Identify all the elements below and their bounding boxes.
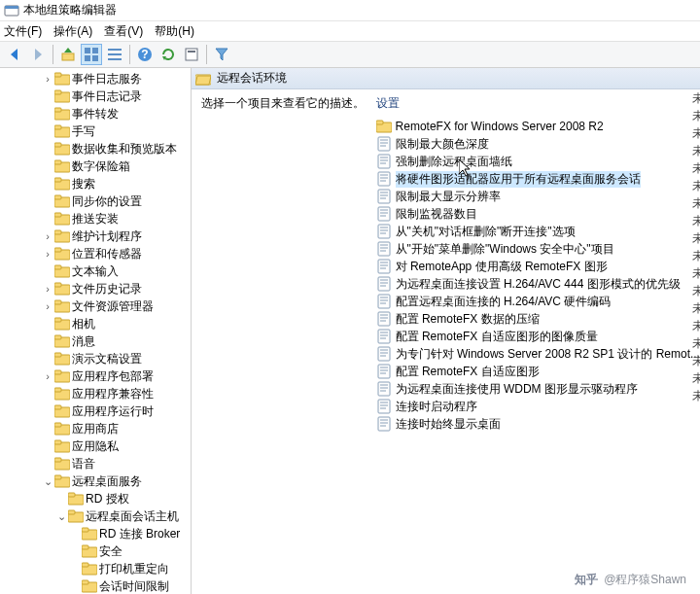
setting-item-label: 为专门针对 Windows Server 2008 R2 SP1 设计的 Rem…: [396, 346, 700, 363]
toolbar-separator: [206, 45, 207, 64]
tree-item-label: 数据收集和预览版本: [72, 141, 177, 157]
setting-item-label: 配置 RemoteFX 自适应图形的图像质量: [396, 329, 598, 345]
setting-item[interactable]: 连接时始终显示桌面: [376, 415, 700, 433]
title-bar: 本地组策略编辑器: [0, 0, 700, 21]
tree-item[interactable]: 相机: [0, 315, 191, 332]
tree-item-label: 打印机重定向: [99, 561, 169, 577]
tree-item[interactable]: 安全: [0, 542, 191, 560]
policy-icon: [376, 136, 392, 152]
setting-item-label: 配置 RemoteFX 自适应图形: [396, 364, 540, 380]
setting-item[interactable]: RemoteFX for Windows Server 2008 R2: [376, 118, 700, 135]
chevron-right-icon[interactable]: ›: [41, 283, 54, 295]
tree-item[interactable]: ›应用程序包部署: [0, 367, 191, 385]
tree-item-label: 文件资源管理器: [72, 298, 154, 315]
refresh-button[interactable]: [158, 44, 179, 65]
folder-icon: [54, 351, 70, 367]
setting-item[interactable]: 限制最大显示分辨率: [376, 188, 700, 205]
chevron-right-icon[interactable]: ›: [41, 248, 54, 260]
folder-icon: [54, 386, 70, 402]
properties-button[interactable]: [181, 44, 202, 65]
folder-open-icon: [195, 71, 211, 87]
setting-item[interactable]: 为远程桌面连接使用 WDDM 图形显示驱动程序: [376, 380, 700, 398]
view-list-button[interactable]: [104, 44, 125, 65]
tree-item[interactable]: ›位置和传感器: [0, 245, 191, 262]
setting-item[interactable]: 配置远程桌面连接的 H.264/AVC 硬件编码: [376, 293, 700, 310]
setting-item[interactable]: 将硬件图形适配器应用于所有远程桌面服务会话: [376, 170, 700, 188]
setting-item-label: 为远程桌面连接使用 WDDM 图形显示驱动程序: [396, 381, 638, 398]
tree-item-label: 位置和传感器: [72, 246, 142, 262]
tree-item[interactable]: 推送安装: [0, 210, 191, 227]
tree-item[interactable]: RD 连接 Broker: [0, 525, 191, 542]
folder-icon: [54, 158, 70, 174]
description-column: 选择一个项目来查看它的描述。: [201, 95, 376, 594]
setting-item[interactable]: 对 RemoteApp 使用高级 RemoteFX 图形: [376, 258, 700, 275]
setting-item[interactable]: 配置 RemoteFX 数据的压缩: [376, 310, 700, 328]
nav-tree[interactable]: ›事件日志服务事件日志记录事件转发手写数据收集和预览版本数字保险箱搜索同步你的设…: [0, 68, 192, 594]
tree-item[interactable]: 数字保险箱: [0, 157, 191, 175]
setting-item[interactable]: 为远程桌面连接设置 H.264/AVC 444 图形模式的优先级: [376, 275, 700, 293]
tree-item[interactable]: ⌄远程桌面服务: [0, 472, 191, 490]
setting-item[interactable]: 配置 RemoteFX 自适应图形: [376, 363, 700, 380]
tree-item[interactable]: ›文件资源管理器: [0, 297, 191, 315]
tree-item[interactable]: 手写: [0, 122, 191, 140]
tree-item-label: RD 授权: [86, 491, 129, 507]
tree-item[interactable]: 搜索: [0, 175, 191, 192]
settings-column: 设置 RemoteFX for Windows Server 2008 R2限制…: [376, 95, 700, 594]
menu-file[interactable]: 文件(F): [4, 23, 42, 40]
folder-icon: [54, 176, 70, 192]
chevron-right-icon[interactable]: ›: [41, 73, 54, 85]
policy-icon: [376, 154, 392, 169]
menu-help[interactable]: 帮助(H): [155, 23, 194, 40]
folder-icon: [54, 263, 70, 279]
folder-icon: [54, 281, 70, 297]
view-grid-button[interactable]: [81, 44, 102, 65]
chevron-right-icon[interactable]: ›: [41, 370, 54, 382]
tree-item[interactable]: 数据收集和预览版本: [0, 140, 191, 157]
policy-icon: [376, 329, 392, 344]
tree-item[interactable]: 打印机重定向: [0, 560, 191, 577]
setting-item[interactable]: 强制删除远程桌面墙纸: [376, 153, 700, 170]
help-button[interactable]: [134, 44, 156, 65]
tree-item[interactable]: 消息: [0, 332, 191, 350]
chevron-down-icon[interactable]: ⌄: [54, 510, 68, 523]
setting-item[interactable]: 限制监视器数目: [376, 205, 700, 223]
tree-item[interactable]: 文本输入: [0, 262, 191, 280]
setting-item[interactable]: 为专门针对 Windows Server 2008 R2 SP1 设计的 Rem…: [376, 345, 700, 363]
setting-item[interactable]: 配置 RemoteFX 自适应图形的图像质量: [376, 328, 700, 345]
menu-action[interactable]: 操作(A): [53, 23, 92, 40]
tree-item[interactable]: 事件日志记录: [0, 87, 191, 105]
chevron-right-icon[interactable]: ›: [41, 230, 54, 242]
tree-item[interactable]: ⌄远程桌面会话主机: [0, 507, 191, 525]
up-level-button[interactable]: [57, 44, 79, 65]
nav-back-button[interactable]: [4, 44, 25, 65]
tree-item-label: 应用程序包部署: [72, 368, 154, 385]
tree-item[interactable]: 应用程序兼容性: [0, 385, 191, 402]
tree-item[interactable]: ›文件历史记录: [0, 280, 191, 297]
setting-item[interactable]: 限制最大颜色深度: [376, 135, 700, 153]
chevron-right-icon[interactable]: ›: [41, 300, 54, 312]
folder-icon: [54, 228, 70, 244]
folder-icon: [82, 561, 97, 577]
tree-item[interactable]: 应用程序运行时: [0, 402, 191, 420]
tree-item[interactable]: 语音: [0, 455, 191, 472]
tree-item[interactable]: 应用商店: [0, 420, 191, 437]
chevron-down-icon[interactable]: ⌄: [41, 475, 54, 488]
tree-item-label: 应用程序运行时: [72, 403, 154, 420]
tree-item[interactable]: ›事件日志服务: [0, 70, 191, 87]
tree-item[interactable]: ›维护计划程序: [0, 227, 191, 245]
tree-item[interactable]: 演示文稿设置: [0, 350, 191, 367]
folder-icon: [82, 543, 97, 559]
tree-item[interactable]: RD 授权: [0, 490, 191, 507]
folder-icon: [82, 526, 97, 542]
tree-item[interactable]: 同步你的设置: [0, 192, 191, 210]
tree-item[interactable]: 应用隐私: [0, 437, 191, 455]
setting-item[interactable]: 从"开始"菜单删除"Windows 安全中心"项目: [376, 240, 700, 258]
filter-button[interactable]: [211, 44, 232, 65]
setting-item-label: 连接时启动程序: [396, 399, 477, 415]
tree-item[interactable]: 会话时间限制: [0, 577, 191, 594]
tree-item[interactable]: 事件转发: [0, 105, 191, 122]
setting-item-label: 将硬件图形适配器应用于所有远程桌面服务会话: [396, 171, 641, 188]
setting-item[interactable]: 从"关机"对话框删除"断开连接"选项: [376, 223, 700, 240]
menu-view[interactable]: 查看(V): [104, 23, 143, 40]
setting-item[interactable]: 连接时启动程序: [376, 398, 700, 415]
